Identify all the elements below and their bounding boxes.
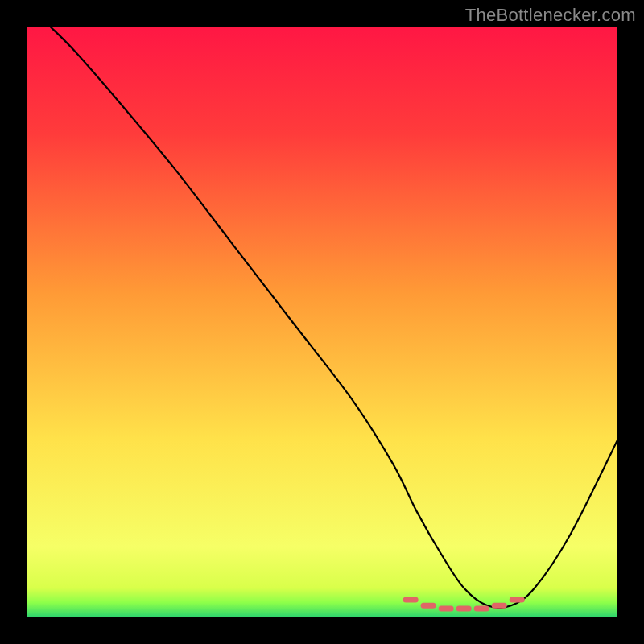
gradient-background [27,27,617,617]
chart-container: TheBottlenecker.com [0,0,644,644]
watermark-text: TheBottlenecker.com [465,5,636,26]
bottleneck-chart [0,0,644,644]
